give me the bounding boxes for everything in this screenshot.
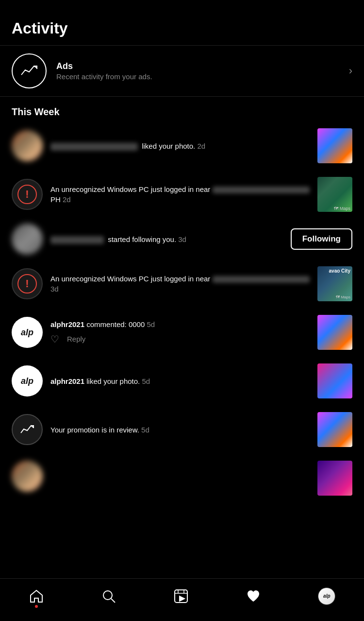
- username: alphr2021: [50, 320, 86, 328]
- nav-home[interactable]: [29, 588, 44, 604]
- alert-icon: !: [17, 274, 37, 293]
- thumbnail-image: [317, 461, 352, 496]
- action-text: Your promotion is in review.: [50, 426, 141, 434]
- city-label: avao City: [329, 268, 350, 274]
- timestamp: 2d: [63, 195, 71, 204]
- thumbnail-image: [317, 128, 352, 163]
- activity-item-follow: started following you. 3d Following: [0, 219, 364, 259]
- activity-list: liked your photo. 2d ! An unrecognized W…: [0, 121, 364, 496]
- map-image: avao City 🗺 Maps: [317, 266, 352, 301]
- thumbnail-image: [317, 315, 352, 350]
- page-title: Activity: [12, 19, 352, 37]
- timestamp: 3d: [50, 285, 59, 293]
- nav-activity[interactable]: [246, 588, 261, 604]
- post-thumbnail: [317, 363, 352, 398]
- action-text: commented: 0000: [86, 320, 147, 328]
- svg-point-0: [103, 591, 112, 600]
- map-image: 🗺 Maps: [317, 177, 352, 212]
- activity-content: An unrecognized Windows PC just logged i…: [50, 184, 312, 205]
- thumbnail-image: [317, 363, 352, 398]
- post-thumbnail: [317, 315, 352, 350]
- avatar: [12, 130, 43, 161]
- nav-reels[interactable]: [173, 588, 189, 604]
- activity-content: liked your photo. 2d: [50, 141, 312, 151]
- security-avatar: !: [12, 179, 43, 210]
- blurred-location: [213, 187, 310, 193]
- following-button[interactable]: Following: [291, 228, 352, 250]
- activity-content: Your promotion is in review. 5d: [50, 425, 312, 435]
- search-icon: [101, 588, 116, 604]
- promo-avatar: [12, 414, 43, 445]
- action-text: liked your photo.: [142, 142, 197, 150]
- blurred-location: [213, 276, 310, 283]
- trending-icon: [20, 62, 38, 80]
- avatar: [12, 224, 43, 255]
- trending-icon: [20, 422, 34, 437]
- map-thumbnail: 🗺 Maps: [317, 177, 352, 212]
- svg-line-1: [111, 599, 115, 603]
- activity-content: alphr2021 liked your photo. 5d: [50, 376, 312, 386]
- timestamp: 5d: [142, 377, 150, 385]
- post-thumbnail: [317, 461, 352, 496]
- alphr-avatar: alp: [12, 365, 43, 397]
- post-thumbnail: [317, 412, 352, 447]
- alphr-avatar: alp: [12, 317, 43, 348]
- nav-profile[interactable]: alp: [318, 587, 335, 605]
- notification-dot: [35, 605, 38, 608]
- page-header: Activity: [0, 0, 364, 45]
- activity-item-partial: [0, 454, 364, 496]
- svg-marker-6: [180, 596, 184, 601]
- ads-icon: [12, 53, 47, 88]
- alphr-logo: alp: [21, 377, 33, 385]
- activity-item-security-1: ! An unrecognized Windows PC just logged…: [0, 170, 364, 219]
- security-avatar: !: [12, 268, 43, 299]
- activity-item-promo: Your promotion is in review. 5d: [0, 405, 364, 454]
- home-icon: [29, 588, 44, 604]
- activity-item-like-1: liked your photo. 2d: [0, 121, 364, 170]
- action-text: An unrecognized Windows PC just logged i…: [50, 185, 213, 193]
- timestamp: 2d: [197, 142, 205, 150]
- alphr-logo: alp: [21, 328, 33, 337]
- timestamp: 5d: [147, 320, 155, 328]
- username: alphr2021: [50, 377, 86, 385]
- blurred-username: [50, 143, 138, 151]
- location-suffix: PH: [50, 195, 63, 204]
- map-thumbnail: avao City 🗺 Maps: [317, 266, 352, 301]
- activity-content: alphr2021 commented: 0000 5d ♡ Reply: [50, 319, 312, 346]
- nav-search[interactable]: [101, 588, 116, 604]
- heart-icon: [246, 588, 261, 604]
- activity-item-security-2: ! An unrecognized Windows PC just logged…: [0, 259, 364, 308]
- comment-actions: ♡ Reply: [50, 332, 312, 346]
- ads-subtitle: Recent activity from your ads.: [56, 72, 343, 81]
- activity-item-like-2: alp alphr2021 liked your photo. 5d: [0, 357, 364, 405]
- section-this-week: This Week: [0, 97, 364, 121]
- reply-button[interactable]: Reply: [67, 334, 85, 344]
- action-text: An unrecognized Windows PC just logged i…: [50, 275, 213, 283]
- bottom-nav: alp: [0, 578, 364, 621]
- maps-label: 🗺 Maps: [336, 295, 350, 299]
- map-label: 🗺 Maps: [334, 206, 350, 211]
- avatar: [12, 461, 43, 492]
- activity-content: An unrecognized Windows PC just logged i…: [50, 274, 312, 294]
- ads-title: Ads: [56, 61, 343, 71]
- profile-avatar: alp: [318, 587, 335, 605]
- activity-content: started following you. 3d: [50, 234, 285, 244]
- timestamp: 5d: [141, 426, 149, 434]
- ads-text: Ads Recent activity from your ads.: [56, 61, 343, 81]
- like-comment-button[interactable]: ♡: [50, 332, 59, 346]
- reels-icon: [173, 588, 189, 604]
- action-text: liked your photo.: [86, 377, 142, 385]
- alert-icon: !: [17, 185, 37, 204]
- ads-chevron-icon: ›: [349, 65, 352, 77]
- post-thumbnail: [317, 128, 352, 163]
- thumbnail-image: [317, 412, 352, 447]
- ads-row[interactable]: Ads Recent activity from your ads. ›: [0, 45, 364, 97]
- blurred-username: [50, 236, 104, 244]
- activity-item-comment: alp alphr2021 commented: 0000 5d ♡ Reply: [0, 308, 364, 357]
- timestamp: 3d: [178, 235, 186, 243]
- action-text: started following you.: [108, 235, 178, 243]
